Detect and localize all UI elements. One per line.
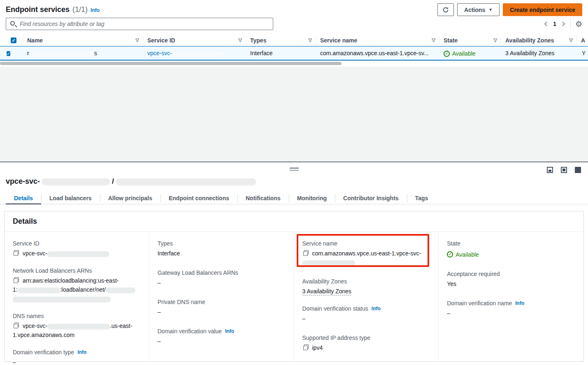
select-all-checkbox[interactable]: ✓ [11,37,16,43]
field-label: Domain verification nameInfo [447,299,575,307]
copy-icon[interactable] [13,250,20,256]
column-header-state[interactable]: State ▽ [439,35,501,46]
state-text: Available [452,50,476,57]
table-header-row: ✓ Name ▽ Service ID ▽ Types ▽ Service na… [0,35,588,46]
field-label: DNS names [13,312,141,320]
actions-button[interactable]: Actions ▼ [457,3,500,16]
field-value: – [302,314,430,323]
copy-icon[interactable] [13,277,20,283]
service-id-field: Service ID vpce-svc- [13,239,141,258]
field-value: – [158,337,286,346]
redacted-text [106,288,135,293]
panel-size-controls [547,167,581,173]
info-link[interactable]: Info [515,299,524,307]
field-value: ipv4 [302,343,430,352]
state-badge: ✓ Available [444,50,476,57]
domain-verification-status-field: Domain verification statusInfo – [302,304,430,323]
field-value: – [158,278,286,287]
column-header-types[interactable]: Types ▽ [246,35,316,46]
types-cell: Interface [246,50,316,56]
tab-details[interactable]: Details [6,192,41,204]
column-label: Name [27,37,43,44]
column-label: Availability Zones [505,37,554,44]
details-card-heading: Details [5,211,583,232]
domain-verification-name-field: Domain verification nameInfo – [447,299,575,318]
sort-icon[interactable]: ▽ [136,37,139,43]
column-header-name[interactable]: Name ▽ [23,35,143,46]
settings-gear-icon[interactable]: ⚙ [575,20,582,28]
sort-icon[interactable]: ▽ [309,37,312,43]
sort-icon[interactable]: ▽ [494,37,497,43]
list-toolbar: 1 ⚙ [6,18,582,30]
table-row[interactable]: ✓ rs vpce-svc- Interface com.amazonaws.v… [0,46,588,61]
service-id-link[interactable]: vpce-svc- [147,50,225,56]
field-label: Private DNS name [158,298,286,306]
details-card: Details Service ID vpce-svc- Network Loa… [4,211,584,362]
domain-verification-value-field: Domain verification valueInfo – [158,327,286,346]
search-box [6,18,273,30]
field-label: Acceptance required [447,270,575,278]
availability-zones-link[interactable]: 3 Availability Zones [505,50,555,56]
field-label: Types [158,239,286,248]
select-all-cell: ✓ [0,35,23,46]
availability-zones-cell: 3 Availability Zones [501,50,577,56]
info-link[interactable]: Info [372,304,381,313]
sort-icon[interactable]: ▽ [239,37,242,43]
horizontal-scrollbar-thumb[interactable] [0,62,342,65]
caret-down-icon: ▼ [488,7,493,12]
column-header-service-name[interactable]: Service name ▽ [316,35,439,46]
column-label: Types [250,37,266,44]
row-checkbox[interactable]: ✓ [7,51,10,56]
next-page-button[interactable] [562,21,566,27]
copy-icon[interactable] [13,323,20,329]
tab-notifications[interactable]: Notifications [237,192,289,204]
info-link[interactable]: Info [77,348,86,356]
search-icon [10,21,15,26]
field-label: Domain verification valueInfo [158,327,286,335]
tab-load-balancers[interactable]: Load balancers [41,192,100,204]
split-panel-title: vpce-svc- / [6,177,256,186]
field-label: Domain verification statusInfo [302,304,430,313]
search-input[interactable] [6,18,273,30]
refresh-button[interactable] [437,3,454,16]
column-label: Service ID [147,37,175,44]
field-value: vpce-svc- [13,249,141,258]
create-endpoint-service-button[interactable]: Create endpoint service [503,3,582,16]
field-label: Gateway Load Balancers ARNs [158,269,286,277]
horizontal-scrollbar [0,62,588,66]
availability-zones-link[interactable]: 3 Availability Zones [302,288,352,295]
copy-icon[interactable] [302,344,309,351]
info-link[interactable]: Info [91,7,100,13]
column-header-acceptance[interactable]: A [577,35,588,46]
previous-page-button[interactable] [544,21,548,27]
panel-size-medium-icon[interactable] [561,167,567,173]
info-link[interactable]: Info [225,327,234,335]
copy-icon[interactable] [302,250,309,256]
current-page[interactable]: 1 [552,21,557,27]
split-panel-drag-handle[interactable] [290,168,299,171]
panel-size-large-icon[interactable] [575,167,581,173]
panel-size-small-icon[interactable] [547,167,553,173]
tab-tags[interactable]: Tags [407,192,437,204]
details-column-1: Service ID vpce-svc- Network Load Balanc… [5,232,149,361]
column-label: State [444,37,458,44]
service-id-prefix: vpce-svc- [147,50,172,56]
name-fragment: s [94,50,97,56]
field-label: Availability Zones [302,277,430,285]
column-label: A [581,37,585,44]
pagination: 1 ⚙ [544,19,582,29]
redacted-text [172,51,225,56]
tab-contributor-insights[interactable]: Contributor Insights [335,192,407,204]
sort-icon[interactable]: ▽ [432,37,435,43]
state-text: Available [456,250,479,259]
sort-icon[interactable]: ▽ [569,37,573,43]
tab-monitoring[interactable]: Monitoring [289,192,335,204]
detail-tabs: Details Load balancers Allow principals … [0,192,588,204]
field-value: 3 Availability Zones [302,287,430,296]
service-name-field: Service name com.amazonaws.vpce.us-east-… [302,239,430,267]
available-check-icon: ✓ [444,51,450,57]
column-header-service-id[interactable]: Service ID ▽ [143,35,246,46]
tab-allow-principals[interactable]: Allow principals [100,192,160,204]
column-header-availability-zones[interactable]: Availability Zones ▽ [501,35,577,46]
tab-endpoint-connections[interactable]: Endpoint connections [160,192,237,204]
